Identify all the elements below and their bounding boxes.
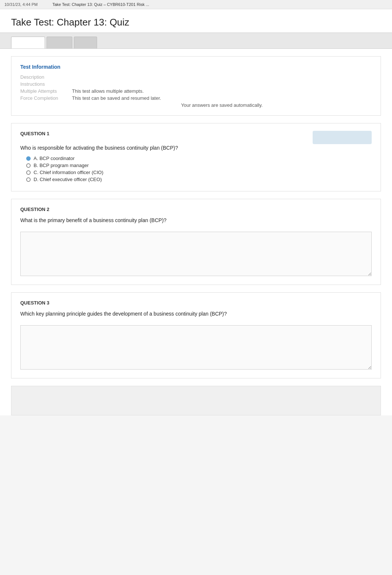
page-header: Take Test: Chapter 13: Quiz — [0, 9, 392, 33]
info-row-force-completion: Force Completion This test can be saved … — [20, 95, 372, 101]
question-1-radio-d[interactable] — [26, 177, 31, 182]
question-1-block: QUESTION 1 Who is responsible for activa… — [11, 123, 381, 191]
question-1-option-a[interactable]: A. BCP coordinator — [26, 156, 372, 161]
test-info-note: Your answers are saved automatically. — [20, 102, 372, 108]
info-value-multiple-attempts: This test allows multiple attempts. — [72, 88, 144, 94]
question-1-options: A. BCP coordinator B. BCP program manage… — [26, 156, 372, 182]
tab-2-label — [53, 40, 66, 45]
info-row-description: Description — [20, 74, 372, 80]
question-1-option-b[interactable]: B. BCP program manager — [26, 163, 372, 168]
info-value-force-completion: This test can be saved and resumed later… — [72, 95, 161, 101]
question-2-label: QUESTION 2 — [20, 207, 372, 212]
question-3-block: QUESTION 3 Which key planning principle … — [11, 292, 381, 378]
browser-bar: 10/31/23, 4:44 PM Take Test: Chapter 13:… — [0, 0, 392, 9]
question-2-answer-input[interactable] — [20, 232, 372, 276]
tab-3-label — [80, 40, 91, 45]
question-3-text: Which key planning principle guides the … — [20, 310, 372, 318]
tab-1[interactable] — [11, 37, 45, 48]
browser-tab-title: Take Test: Chapter 13: Quiz – CYBR610-T2… — [52, 2, 149, 7]
tab-2[interactable] — [47, 37, 72, 48]
question-1-radio-b[interactable] — [26, 163, 31, 168]
info-row-multiple-attempts: Multiple Attempts This test allows multi… — [20, 88, 372, 94]
question-1-badge — [313, 131, 372, 144]
question-1-text: Who is responsible for activating the bu… — [20, 144, 372, 152]
question-1-radio-c[interactable] — [26, 170, 31, 175]
question-2-block: QUESTION 2 What is the primary benefit o… — [11, 199, 381, 285]
question-1-option-c-label: C. Chief information officer (CIO) — [34, 170, 103, 175]
info-row-instructions: Instructions — [20, 81, 372, 87]
question-2-text: What is the primary benefit of a busines… — [20, 217, 372, 224]
footer-area — [11, 386, 381, 415]
question-1-option-d[interactable]: D. Chief executive officer (CEO) — [26, 177, 372, 182]
page-title: Take Test: Chapter 13: Quiz — [11, 17, 381, 28]
browser-timestamp: 10/31/23, 4:44 PM — [4, 2, 38, 7]
info-label-instructions: Instructions — [20, 81, 72, 87]
info-label-force-completion: Force Completion — [20, 95, 72, 101]
info-label-multiple-attempts: Multiple Attempts — [20, 88, 72, 94]
question-1-option-a-label: A. BCP coordinator — [34, 156, 75, 161]
question-1-header-row: QUESTION 1 — [20, 131, 372, 144]
tab-3[interactable] — [74, 37, 97, 48]
test-information-heading: Test Information — [20, 64, 372, 70]
tab-1-label — [17, 40, 39, 45]
content-area: Test Information Description Instruction… — [0, 56, 392, 415]
tabs-bar — [0, 33, 392, 49]
question-1-option-d-label: D. Chief executive officer (CEO) — [34, 177, 102, 182]
question-3-answer-input[interactable] — [20, 325, 372, 370]
question-1-option-c[interactable]: C. Chief information officer (CIO) — [26, 170, 372, 175]
question-1-option-b-label: B. BCP program manager — [34, 163, 89, 168]
question-1-label: QUESTION 1 — [20, 131, 49, 136]
info-label-description: Description — [20, 74, 72, 80]
page-wrapper: Take Test: Chapter 13: Quiz Test Informa… — [0, 9, 392, 415]
question-1-radio-a[interactable] — [26, 156, 31, 161]
test-information-panel: Test Information Description Instruction… — [11, 56, 381, 116]
question-3-label: QUESTION 3 — [20, 300, 372, 306]
